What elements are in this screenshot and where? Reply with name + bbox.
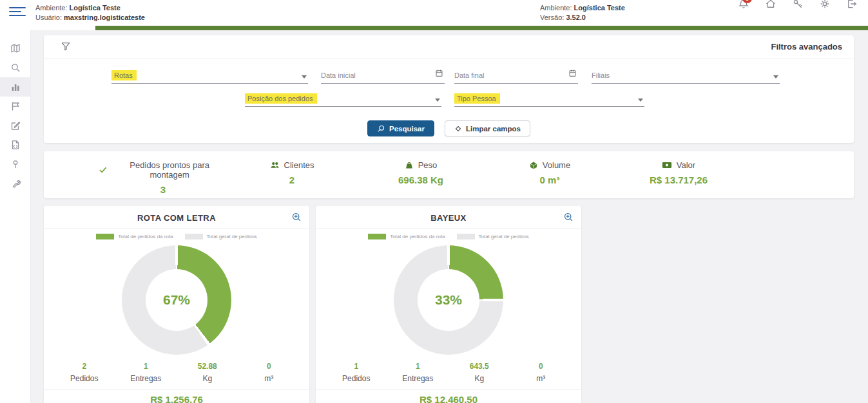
rotas-dropdown[interactable]: Rotas bbox=[111, 67, 308, 84]
edit-icon bbox=[10, 120, 21, 131]
stat-entregas: 1Entregas bbox=[115, 362, 177, 383]
version-label: Versão: bbox=[540, 14, 564, 21]
search-button-label: Pesquisar bbox=[389, 125, 425, 133]
filiais-dropdown[interactable]: Filiais bbox=[592, 67, 780, 84]
legend-swatch-geral bbox=[457, 234, 475, 239]
sidebar-item-search[interactable] bbox=[0, 58, 31, 77]
sidebar-item-routes[interactable] bbox=[0, 97, 31, 116]
filter-buttons-row: Pesquisar Limpar campos bbox=[44, 120, 854, 136]
top-bar: Ambiente: Logística Teste Usuário: maxst… bbox=[0, 0, 868, 26]
data-final-field[interactable]: Data final bbox=[454, 67, 578, 84]
kpi-valor: Valor R$ 13.717,26 bbox=[614, 160, 743, 198]
version-value: 3.52.0 bbox=[566, 14, 586, 21]
sidebar-item-tools[interactable] bbox=[0, 174, 31, 193]
map-icon bbox=[10, 43, 21, 53]
user-label: Usuário: bbox=[35, 14, 62, 21]
sidebar-item-dashboard[interactable] bbox=[0, 77, 31, 97]
tipo-pessoa-label: Tipo Pessoa bbox=[454, 93, 500, 104]
stat-pedidos: 1Pedidos bbox=[325, 362, 387, 383]
home-icon[interactable] bbox=[765, 0, 776, 10]
data-final-placeholder: Data final bbox=[454, 71, 484, 79]
legend-label-geral: Total geral de pedidos bbox=[479, 234, 529, 239]
filter-panel-header: Filtros avançados bbox=[44, 35, 854, 59]
pin-icon bbox=[10, 159, 21, 169]
advanced-filters-toggle[interactable]: Filtros avançados bbox=[771, 42, 842, 52]
donut-center-percent: 67% bbox=[122, 245, 231, 355]
filter-panel: Filtros avançados Rotas Data inicial Dat… bbox=[44, 35, 854, 143]
clear-fields-button-label: Limpar campos bbox=[466, 125, 521, 133]
data-inicial-field[interactable]: Data inicial bbox=[321, 67, 445, 84]
kpi-label: Pedidos prontos para montagem bbox=[111, 160, 227, 180]
sidebar-navigation bbox=[0, 30, 31, 403]
chart-stats-row: 2Pedidos 1Entregas 52.88Kg 0m³ bbox=[44, 362, 309, 383]
stat-m3: 0m³ bbox=[238, 362, 300, 383]
posicao-pedidos-label: Posição dos pedidos bbox=[245, 93, 317, 104]
tipo-pessoa-dropdown[interactable]: Tipo Pessoa bbox=[454, 90, 644, 107]
route-chart-card-2: BAYEUX Total de pedidos da rota Total ge… bbox=[316, 206, 581, 403]
chevron-down-icon bbox=[773, 75, 778, 79]
kpi-pedidos-prontos: Pedidos prontos para montagem 3 bbox=[99, 160, 227, 198]
document-icon bbox=[10, 140, 21, 150]
chevron-down-icon bbox=[638, 98, 643, 102]
donut-chart: 33% bbox=[394, 245, 503, 355]
kpi-value: 3 bbox=[99, 184, 227, 195]
route-total-value: R$ 1.256,76 bbox=[44, 389, 309, 403]
rotas-label: Rotas bbox=[111, 70, 137, 80]
stat-pedidos: 2Pedidos bbox=[53, 362, 115, 383]
stat-kg: 643.5Kg bbox=[448, 362, 510, 383]
filter-funnel-icon bbox=[61, 41, 71, 54]
legend-label-rota: Total de pedidos da rota bbox=[118, 234, 173, 239]
legend-swatch-rota bbox=[96, 234, 114, 239]
calendar-icon[interactable] bbox=[435, 68, 443, 80]
flag-icon bbox=[10, 101, 21, 111]
notifications-bell-icon[interactable]: 0 bbox=[738, 0, 749, 10]
donut-chart: 67% bbox=[122, 245, 231, 355]
stat-entregas: 1Entregas bbox=[387, 362, 449, 383]
legend-swatch-rota bbox=[368, 234, 386, 239]
summary-kpi-card: Pedidos prontos para montagem 3 Clientes… bbox=[44, 151, 854, 198]
env-label: Ambiente: bbox=[35, 4, 68, 12]
filiais-label: Filiais bbox=[592, 71, 610, 79]
sidebar-item-documents[interactable] bbox=[0, 135, 31, 155]
user-value: maxstring.logisticateste bbox=[64, 14, 145, 21]
posicao-pedidos-dropdown[interactable]: Posição dos pedidos bbox=[245, 90, 441, 107]
donut-center-percent: 33% bbox=[394, 245, 503, 355]
legend-swatch-geral bbox=[185, 234, 203, 239]
route-total-value: R$ 12.460,50 bbox=[316, 389, 581, 403]
menu-icon[interactable] bbox=[9, 7, 27, 19]
env-value: Logística Teste bbox=[70, 4, 121, 12]
kpi-label: Volume bbox=[543, 160, 570, 170]
search-nav-icon bbox=[10, 62, 21, 73]
chevron-down-icon bbox=[302, 75, 307, 79]
app-screen: Ambiente: Logística Teste Usuário: maxst… bbox=[0, 0, 868, 403]
clients-icon bbox=[270, 160, 280, 170]
wrench-icon bbox=[10, 178, 21, 189]
sidebar-item-locations[interactable] bbox=[0, 155, 31, 174]
stat-kg: 52.88Kg bbox=[177, 362, 238, 383]
kpi-value: R$ 13.717,26 bbox=[614, 174, 743, 185]
env-value-2: Logística Teste bbox=[574, 4, 625, 12]
environment-version-info: Ambiente: Logística Teste Versão: 3.52.0 bbox=[540, 3, 625, 23]
clear-fields-button[interactable]: Limpar campos bbox=[445, 120, 530, 136]
key-icon[interactable] bbox=[792, 0, 804, 10]
accent-divider-bar bbox=[95, 26, 868, 30]
kpi-clientes: Clientes 2 bbox=[227, 160, 356, 198]
kpi-value: 0 m³ bbox=[485, 174, 614, 185]
sidebar-item-edit[interactable] bbox=[0, 116, 31, 135]
stat-m3: 0m³ bbox=[510, 362, 572, 383]
legend-label-geral: Total geral de pedidos bbox=[207, 234, 257, 239]
chart-title: BAYEUX bbox=[316, 213, 581, 223]
calendar-icon[interactable] bbox=[568, 68, 577, 80]
sidebar-item-map[interactable] bbox=[0, 39, 31, 58]
kpi-label: Valor bbox=[677, 160, 695, 170]
chart-legend: Total de pedidos da rota Total geral de … bbox=[316, 229, 581, 243]
kpi-label: Peso bbox=[418, 160, 438, 170]
search-button[interactable]: Pesquisar bbox=[367, 120, 434, 136]
logout-icon[interactable] bbox=[846, 0, 858, 10]
weight-icon bbox=[405, 161, 414, 170]
kpi-peso: Peso 696.38 Kg bbox=[356, 160, 485, 198]
zoom-in-icon[interactable] bbox=[563, 212, 574, 225]
zoom-in-icon[interactable] bbox=[291, 212, 302, 225]
route-chart-card-1: ROTA COM LETRA Total de pedidos da rota … bbox=[44, 206, 309, 403]
gear-icon[interactable] bbox=[819, 0, 831, 10]
